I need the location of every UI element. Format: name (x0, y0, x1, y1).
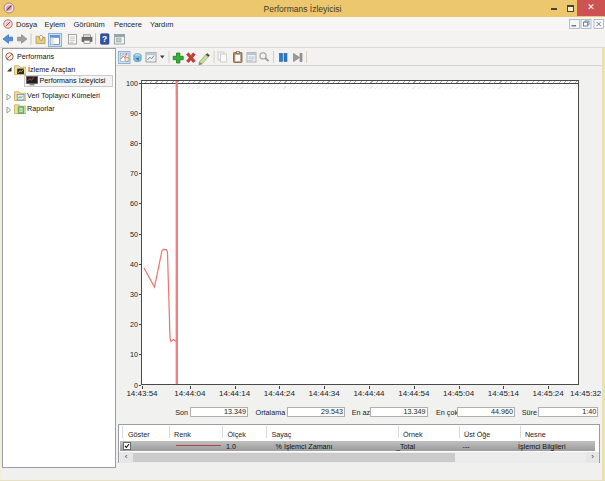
svg-text:?: ? (102, 34, 107, 44)
